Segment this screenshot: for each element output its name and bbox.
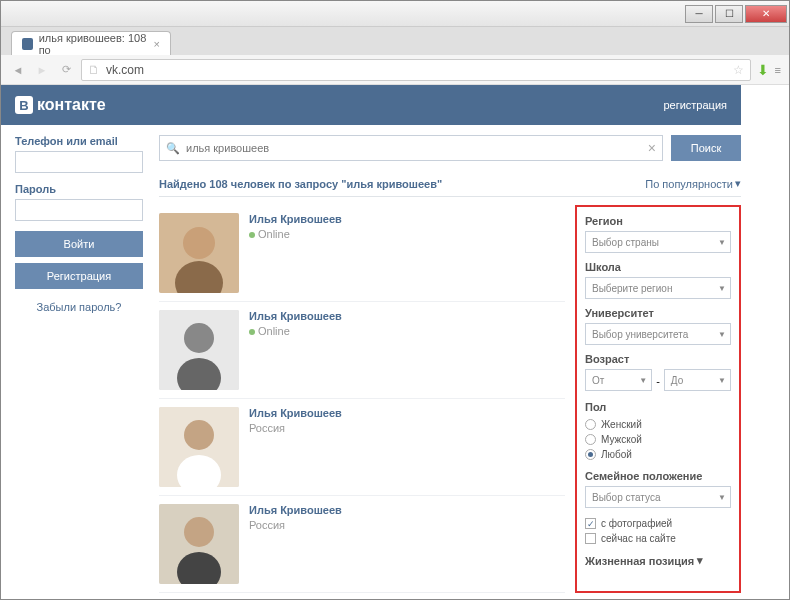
main-content: 🔍 × Поиск Найдено 108 человек по запросу… xyxy=(153,125,741,599)
tab-title: илья кривошеев: 108 по xyxy=(39,32,148,56)
result-name[interactable]: Илья Кривошеев xyxy=(249,310,342,322)
download-icon[interactable]: ⬇ xyxy=(757,62,769,78)
school-select[interactable]: Выберите регион▼ xyxy=(585,277,731,299)
filter-marital-label: Семейное положение xyxy=(585,470,731,482)
filters-panel: Регион Выбор страны▼ Школа Выберите реги… xyxy=(575,205,741,593)
result-meta: Россия xyxy=(249,422,342,434)
result-item: Илья Кривошеев Online xyxy=(159,205,565,302)
url-input[interactable]: 🗋 vk.com ☆ xyxy=(81,59,751,81)
menu-icon[interactable]: ≡ xyxy=(775,64,781,76)
chevron-down-icon: ▼ xyxy=(718,238,726,247)
with-photo-checkbox[interactable]: ✓с фотографией xyxy=(585,516,731,531)
register-button[interactable]: Регистрация xyxy=(15,263,143,289)
filter-region-label: Регион xyxy=(585,215,731,227)
filter-gender-label: Пол xyxy=(585,401,731,413)
checkbox-icon: ✓ xyxy=(585,518,596,529)
close-button[interactable]: ✕ xyxy=(745,5,787,23)
address-bar: ◄ ► ⟳ 🗋 vk.com ☆ ⬇ ≡ xyxy=(1,55,789,85)
page-viewport[interactable]: В контакте регистрация Телефон или email… xyxy=(1,85,789,599)
window-titlebar: ─ ☐ ✕ xyxy=(1,1,789,27)
region-select[interactable]: Выбор страны▼ xyxy=(585,231,731,253)
vk-logo[interactable]: В контакте xyxy=(15,96,106,114)
reload-icon[interactable]: ⟳ xyxy=(57,61,75,79)
search-icon: 🔍 xyxy=(166,142,180,155)
chevron-down-icon: ▼ xyxy=(718,284,726,293)
checkbox-icon xyxy=(585,533,596,544)
password-label: Пароль xyxy=(15,183,143,195)
gender-male-radio[interactable]: Мужской xyxy=(585,432,731,447)
svg-point-4 xyxy=(184,323,214,353)
search-button[interactable]: Поиск xyxy=(671,135,741,161)
result-name[interactable]: Илья Кривошеев xyxy=(249,407,342,419)
clear-search-icon[interactable]: × xyxy=(648,140,656,156)
logo-badge: В xyxy=(15,96,33,114)
radio-icon xyxy=(585,434,596,445)
login-sidebar: Телефон или email Пароль Войти Регистрац… xyxy=(1,125,153,599)
forgot-password-link[interactable]: Забыли пароль? xyxy=(15,301,143,313)
search-input[interactable] xyxy=(186,142,642,154)
chevron-down-icon: ▼ xyxy=(718,493,726,502)
forward-icon[interactable]: ► xyxy=(33,61,51,79)
avatar[interactable] xyxy=(159,213,239,293)
chevron-down-icon: ▼ xyxy=(718,330,726,339)
gender-female-radio[interactable]: Женский xyxy=(585,417,731,432)
avatar[interactable] xyxy=(159,504,239,584)
result-meta: Online xyxy=(249,325,342,337)
filter-school-label: Школа xyxy=(585,261,731,273)
result-name[interactable]: Илья Кривошеев xyxy=(249,213,342,225)
marital-select[interactable]: Выбор статуса▼ xyxy=(585,486,731,508)
bookmark-star-icon[interactable]: ☆ xyxy=(733,63,744,77)
browser-tab[interactable]: илья кривошеев: 108 по × xyxy=(11,31,171,55)
sort-label: По популярности xyxy=(645,178,733,190)
result-item: Илья Кривошеев Online xyxy=(159,302,565,399)
avatar[interactable] xyxy=(159,407,239,487)
password-input[interactable] xyxy=(15,199,143,221)
svg-point-1 xyxy=(183,227,215,259)
tab-close-icon[interactable]: × xyxy=(154,38,160,50)
filter-university-label: Университет xyxy=(585,307,731,319)
site-header: В контакте регистрация xyxy=(1,85,741,125)
svg-point-7 xyxy=(184,420,214,450)
browser-window: ─ ☐ ✕ илья кривошеев: 108 по × ◄ ► ⟳ 🗋 v… xyxy=(0,0,790,600)
header-register-link[interactable]: регистрация xyxy=(663,99,727,111)
university-select[interactable]: Выбор университета▼ xyxy=(585,323,731,345)
chevron-down-icon: ▼ xyxy=(718,376,726,385)
result-name[interactable]: Илья Кривошеев xyxy=(249,504,342,516)
logo-text: контакте xyxy=(37,96,106,114)
results-count: Найдено 108 человек по запросу "илья кри… xyxy=(159,178,442,190)
online-dot-icon xyxy=(249,232,255,238)
online-now-checkbox[interactable]: сейчас на сайте xyxy=(585,531,731,546)
result-item: Илья Кривошеев Россия xyxy=(159,399,565,496)
tab-favicon xyxy=(22,38,33,50)
radio-icon xyxy=(585,449,596,460)
result-item: Илья Кривошеев Россия xyxy=(159,496,565,593)
maximize-button[interactable]: ☐ xyxy=(715,5,743,23)
chevron-down-icon: ▾ xyxy=(697,554,703,567)
gender-any-radio[interactable]: Любой xyxy=(585,447,731,462)
life-position-toggle[interactable]: Жизненная позиция▾ xyxy=(585,554,731,567)
sort-dropdown[interactable]: По популярности ▾ xyxy=(645,177,741,190)
filter-age-label: Возраст xyxy=(585,353,731,365)
chevron-down-icon: ▼ xyxy=(639,376,647,385)
login-button[interactable]: Войти xyxy=(15,231,143,257)
age-separator: - xyxy=(656,375,660,387)
age-from-select[interactable]: От▼ xyxy=(585,369,652,391)
page-icon: 🗋 xyxy=(88,63,100,77)
svg-point-10 xyxy=(184,517,214,547)
age-to-select[interactable]: До▼ xyxy=(664,369,731,391)
login-label: Телефон или email xyxy=(15,135,143,147)
url-text: vk.com xyxy=(106,63,144,77)
chevron-down-icon: ▾ xyxy=(735,177,741,190)
tab-bar: илья кривошеев: 108 по × xyxy=(1,27,789,55)
results-list: Илья Кривошеев Online Илья Кривошеев Onl… xyxy=(159,205,565,593)
avatar[interactable] xyxy=(159,310,239,390)
login-input[interactable] xyxy=(15,151,143,173)
minimize-button[interactable]: ─ xyxy=(685,5,713,23)
back-icon[interactable]: ◄ xyxy=(9,61,27,79)
online-dot-icon xyxy=(249,329,255,335)
result-meta: Россия xyxy=(249,519,342,531)
radio-icon xyxy=(585,419,596,430)
search-box: 🔍 × xyxy=(159,135,663,161)
result-meta: Online xyxy=(249,228,342,240)
